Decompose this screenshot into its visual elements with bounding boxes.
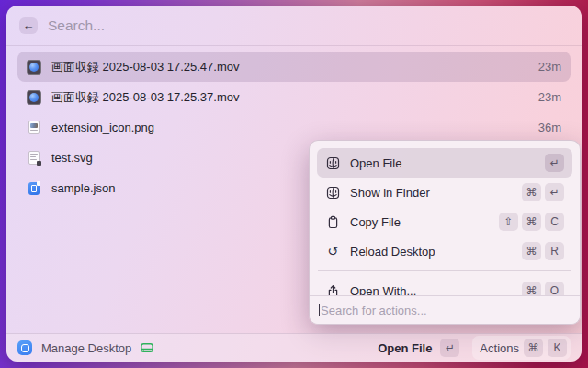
search-input[interactable]: Search... [48, 17, 105, 34]
file-row-mov-1[interactable]: 画面収録 2025-08-03 17.25.47.mov 23m [17, 52, 571, 82]
back-button[interactable]: ← [19, 17, 38, 34]
text-caret [319, 304, 320, 316]
key-k: K [548, 339, 567, 357]
quicktime-movie-icon [27, 60, 41, 75]
file-age-badge: 23m [538, 90, 561, 104]
image-file-icon [27, 121, 41, 135]
actions-menu: Open File ↵ Show in Finder ⌘ ↵ [309, 140, 581, 325]
json-file-icon [27, 181, 41, 196]
file-name: test.svg [51, 151, 93, 165]
menu-item-label: Copy File [350, 215, 401, 229]
svg-file-icon [27, 151, 41, 166]
finder-icon [325, 155, 340, 170]
menu-item-copy-file[interactable]: Copy File ⇧ ⌘ C [317, 207, 572, 236]
file-name: 画面収録 2025-08-03 17.25.47.mov [51, 59, 240, 75]
key-cmd: ⌘ [524, 339, 543, 357]
key-cmd: ⌘ [522, 183, 541, 201]
key-shift: ⇧ [499, 213, 518, 231]
key-r: R [545, 242, 564, 260]
key-return: ↵ [545, 154, 564, 172]
arrow-left-icon: ← [23, 19, 35, 31]
key-o: O [545, 282, 564, 295]
hard-drive-icon [140, 340, 154, 355]
file-name: extension_icon.png [51, 121, 154, 134]
file-name: sample.json [51, 181, 115, 195]
share-icon [325, 283, 340, 295]
menu-item-open-with[interactable]: Open With... ⌘ O [317, 276, 572, 295]
actions-search-placeholder: Search for actions... [321, 304, 427, 317]
file-row-png[interactable]: extension_icon.png 36m [17, 112, 571, 143]
actions-search-input[interactable]: Search for actions... [310, 295, 580, 324]
file-age-badge: 36m [538, 121, 561, 134]
reload-icon: ↺ [325, 244, 340, 259]
primary-action-button[interactable]: Open File [378, 341, 432, 355]
app-name: Manage Desktop [41, 341, 131, 355]
actions-button-label: Actions [480, 341, 519, 355]
file-name: 画面収録 2025-08-03 17.25.37.mov [51, 89, 240, 106]
footer-bar: Manage Desktop Open File ↵ Actions ⌘ K [6, 333, 582, 362]
search-header: ← Search... [6, 6, 582, 46]
file-row-mov-2[interactable]: 画面収録 2025-08-03 17.25.37.mov 23m [17, 82, 571, 112]
menu-item-label: Open With... [350, 284, 416, 296]
key-return: ↵ [440, 339, 459, 357]
menu-item-label: Reload Desktop [350, 245, 435, 259]
key-cmd: ⌘ [522, 282, 541, 295]
menu-section-divider [318, 270, 571, 271]
finder-icon [325, 185, 340, 200]
menu-item-label: Open File [350, 156, 401, 170]
actions-button[interactable]: Actions ⌘ K [472, 336, 571, 360]
menu-item-reload-desktop[interactable]: ↺ Reload Desktop ⌘ R [317, 236, 572, 266]
menu-item-open-file[interactable]: Open File ↵ [317, 148, 572, 178]
clipboard-icon [325, 214, 340, 229]
key-cmd: ⌘ [522, 213, 541, 231]
menu-item-show-in-finder[interactable]: Show in Finder ⌘ ↵ [317, 178, 572, 207]
actions-menu-list: Open File ↵ Show in Finder ⌘ ↵ [310, 141, 580, 295]
key-return: ↵ [545, 183, 564, 201]
manage-desktop-app-icon [17, 340, 32, 355]
quicktime-movie-icon [27, 90, 41, 105]
key-cmd: ⌘ [522, 242, 541, 260]
file-age-badge: 23m [538, 60, 561, 74]
launcher-window: ← Search... 画面収録 2025-08-03 17.25.47.mov… [6, 6, 582, 362]
menu-item-label: Show in Finder [350, 186, 430, 200]
key-c: C [545, 213, 564, 231]
